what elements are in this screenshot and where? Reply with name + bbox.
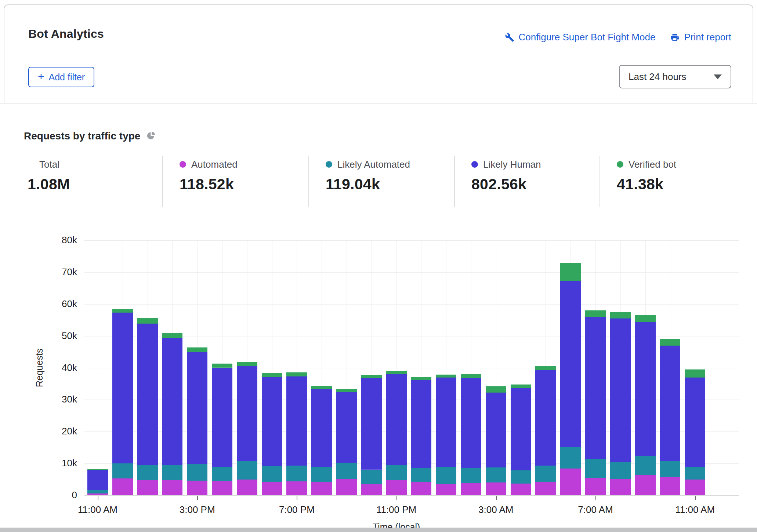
bar-segment-likely-automated — [486, 467, 506, 482]
bar-1-00-pm[interactable] — [137, 231, 158, 495]
bar-segment-likely-automated — [162, 465, 182, 480]
bar-segment-likely-automated — [411, 468, 431, 482]
bar-2-00-pm[interactable] — [162, 231, 182, 495]
bar-segment-automated — [585, 478, 606, 495]
bar-11-00-am[interactable] — [685, 231, 705, 495]
bar-segment-likely-automated — [511, 470, 531, 484]
stat-likely-automated: Likely Automated 119.04k — [308, 156, 454, 207]
bar-segment-likely-human — [112, 313, 133, 463]
bar-2-00-am[interactable] — [461, 231, 481, 495]
bar-3-00-am[interactable] — [486, 231, 506, 495]
bar-12-00-am[interactable] — [411, 231, 431, 495]
bar-segment-automated — [137, 480, 158, 495]
bar-segment-likely-automated — [112, 463, 133, 478]
printer-icon — [670, 33, 680, 42]
stat-automated: Automated 118.52k — [162, 156, 308, 207]
bar-9-00-am[interactable] — [635, 231, 656, 495]
y-axis-tick-label: 80k — [33, 234, 77, 246]
add-filter-button[interactable]: + Add filter — [28, 67, 94, 87]
bar-7-00-pm[interactable] — [286, 231, 307, 495]
bar-9-00-pm[interactable] — [336, 231, 357, 495]
bar-10-00-pm[interactable] — [361, 231, 382, 495]
bar-segment-automated — [336, 479, 357, 495]
bar-segment-automated — [212, 481, 232, 495]
bar-segment-likely-automated — [262, 466, 282, 482]
print-report-link[interactable]: Print report — [670, 32, 731, 43]
bar-segment-likely-human — [262, 377, 282, 466]
stat-likely-human: Likely Human 802.56k — [454, 156, 600, 207]
add-filter-label: Add filter — [49, 72, 85, 83]
bar-segment-verified-bot — [87, 469, 108, 470]
x-axis-tick-mark — [297, 496, 297, 500]
bar-5-00-am[interactable] — [535, 231, 556, 495]
configure-super-bot-fight-mode-link[interactable]: Configure Super Bot Fight Mode — [505, 32, 656, 43]
bar-11-00-am[interactable] — [87, 231, 108, 495]
bar-6-00-am[interactable] — [560, 231, 581, 495]
y-axis-tick-label: 20k — [33, 426, 77, 437]
bar-segment-likely-human — [212, 368, 232, 467]
bar-segment-likely-automated — [87, 490, 108, 493]
chevron-down-icon — [714, 74, 722, 79]
bar-segment-likely-human — [635, 322, 656, 456]
bar-segment-verified-bot — [237, 362, 257, 366]
bar-segment-automated — [237, 480, 257, 495]
bar-segment-verified-bot — [635, 315, 656, 321]
bar-segment-likely-automated — [635, 456, 656, 475]
bar-4-00-am[interactable] — [511, 231, 531, 495]
bottom-section-edge — [0, 528, 757, 532]
bar-segment-verified-bot — [610, 312, 631, 318]
bar-segment-likely-human — [535, 370, 556, 466]
bar-segment-verified-bot — [336, 389, 357, 392]
bar-8-00-am[interactable] — [610, 231, 631, 495]
bar-segment-likely-automated — [436, 467, 456, 484]
x-axis-tick-label: 11:00 PM — [360, 504, 433, 515]
bar-segment-likely-human — [610, 318, 631, 462]
bar-segment-automated — [486, 482, 506, 495]
bar-segment-likely-human — [137, 324, 158, 465]
bar-segment-automated — [87, 493, 108, 495]
bar-segment-likely-automated — [610, 462, 631, 479]
bar-segment-automated — [112, 478, 133, 495]
bar-segment-likely-automated — [585, 459, 606, 478]
x-axis-tick-label: 7:00 PM — [260, 504, 333, 515]
bar-4-00-pm[interactable] — [212, 231, 232, 495]
bar-1-00-am[interactable] — [436, 231, 456, 495]
x-axis-tick-label: 7:00 AM — [559, 504, 632, 515]
bar-6-00-pm[interactable] — [262, 231, 282, 495]
stat-value-verified-bot: 41.38k — [617, 176, 754, 193]
likely-automated-dot-icon — [326, 161, 332, 168]
bar-segment-automated — [361, 484, 382, 495]
requests-by-traffic-type-chart: 010k20k30k40k50k60k70k80k11:00 AM3:00 PM… — [0, 231, 757, 530]
bar-segment-automated — [411, 482, 431, 495]
bar-segment-verified-bot — [286, 372, 307, 376]
bar-5-00-pm[interactable] — [237, 231, 257, 495]
stat-value-likely-human: 802.56k — [471, 176, 600, 193]
bar-3-00-pm[interactable] — [187, 231, 207, 495]
bar-11-00-pm[interactable] — [386, 231, 407, 495]
bar-segment-likely-automated — [237, 461, 257, 480]
stat-label-verified-bot: Verified bot — [629, 159, 676, 170]
bar-7-00-am[interactable] — [585, 231, 606, 495]
bar-segment-likely-human — [685, 378, 705, 467]
bar-segment-automated — [560, 469, 581, 495]
bar-segment-likely-automated — [187, 464, 207, 481]
bar-segment-likely-automated — [386, 465, 407, 480]
bar-segment-verified-bot — [436, 375, 456, 378]
bar-segment-automated — [311, 482, 332, 495]
bar-segment-likely-automated — [685, 467, 705, 480]
bar-10-00-am[interactable] — [660, 231, 680, 495]
stat-total: Total 1.08M — [0, 156, 162, 207]
bar-segment-automated — [386, 480, 407, 495]
pie-chart-icon — [146, 131, 156, 142]
time-range-dropdown[interactable]: Last 24 hours — [619, 65, 731, 88]
bar-segment-likely-human — [486, 393, 506, 467]
stat-value-automated: 118.52k — [180, 176, 308, 193]
automated-dot-icon — [180, 161, 186, 168]
x-axis-tick-mark — [695, 496, 696, 500]
bar-segment-verified-bot — [660, 339, 680, 345]
bar-segment-likely-human — [237, 366, 257, 461]
bar-12-00-pm[interactable] — [112, 231, 133, 495]
bar-8-00-pm[interactable] — [311, 231, 332, 495]
bar-segment-automated — [535, 482, 556, 495]
bar-segment-verified-bot — [511, 385, 531, 388]
